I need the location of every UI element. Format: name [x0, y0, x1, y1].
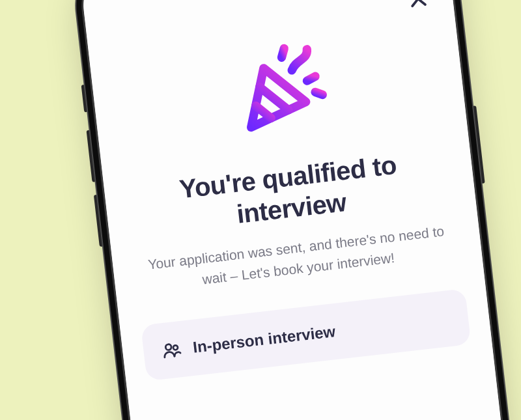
close-icon	[406, 0, 430, 11]
volume-down	[94, 195, 104, 247]
interview-option-title: In-person interview	[192, 322, 337, 357]
svg-line-2	[280, 48, 285, 57]
phone-frame: 9:41	[78, 0, 521, 420]
svg-point-6	[173, 345, 178, 350]
svg-line-1	[255, 104, 271, 120]
volume-switch	[81, 85, 89, 112]
close-button[interactable]	[406, 0, 430, 11]
power-button	[472, 105, 485, 184]
volume-up	[87, 130, 96, 182]
interview-option-card[interactable]: In-person interview	[141, 288, 472, 381]
screen: 9:41	[78, 0, 521, 420]
svg-line-3	[306, 76, 315, 81]
svg-point-5	[165, 344, 172, 350]
status-bar: 9:41	[80, 0, 449, 5]
people-icon	[161, 339, 182, 361]
stage: 9:41	[0, 0, 521, 420]
svg-line-4	[315, 91, 322, 96]
celebration-icon	[220, 30, 335, 145]
